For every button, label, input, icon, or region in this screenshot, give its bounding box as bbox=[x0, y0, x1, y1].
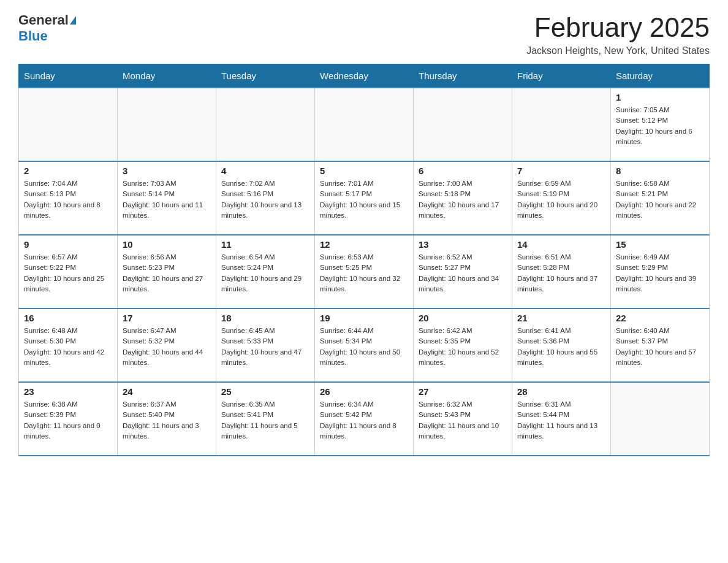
calendar-table: SundayMondayTuesdayWednesdayThursdayFrid… bbox=[18, 64, 710, 456]
day-info: Sunrise: 6:32 AMSunset: 5:43 PMDaylight:… bbox=[419, 399, 507, 442]
day-info: Sunrise: 6:57 AMSunset: 5:22 PMDaylight:… bbox=[24, 252, 112, 294]
calendar-week-row: 16Sunrise: 6:48 AMSunset: 5:30 PMDayligh… bbox=[19, 308, 710, 382]
calendar-cell bbox=[611, 382, 710, 456]
day-info: Sunrise: 6:53 AMSunset: 5:25 PMDaylight:… bbox=[320, 252, 408, 294]
day-info: Sunrise: 6:38 AMSunset: 5:39 PMDaylight:… bbox=[24, 399, 112, 442]
calendar-cell: 24Sunrise: 6:37 AMSunset: 5:40 PMDayligh… bbox=[118, 382, 216, 456]
calendar-cell: 15Sunrise: 6:49 AMSunset: 5:29 PMDayligh… bbox=[611, 235, 710, 308]
col-header-thursday: Thursday bbox=[414, 64, 512, 88]
calendar-cell bbox=[118, 88, 216, 161]
day-number: 20 bbox=[419, 313, 507, 323]
day-number: 12 bbox=[320, 239, 408, 250]
day-number: 4 bbox=[221, 166, 309, 176]
logo: General Blue bbox=[18, 12, 76, 44]
day-number: 19 bbox=[320, 313, 408, 323]
calendar-week-row: 9Sunrise: 6:57 AMSunset: 5:22 PMDaylight… bbox=[19, 235, 710, 308]
calendar-week-row: 2Sunrise: 7:04 AMSunset: 5:13 PMDaylight… bbox=[19, 161, 710, 235]
logo-general-text: General bbox=[18, 12, 69, 28]
day-info: Sunrise: 7:00 AMSunset: 5:18 PMDaylight:… bbox=[419, 178, 507, 221]
calendar-cell bbox=[315, 88, 414, 161]
calendar-cell: 23Sunrise: 6:38 AMSunset: 5:39 PMDayligh… bbox=[19, 382, 118, 456]
calendar-cell: 13Sunrise: 6:52 AMSunset: 5:27 PMDayligh… bbox=[414, 235, 512, 308]
calendar-cell: 8Sunrise: 6:58 AMSunset: 5:21 PMDaylight… bbox=[611, 161, 710, 235]
day-number: 23 bbox=[24, 386, 112, 397]
calendar-cell: 17Sunrise: 6:47 AMSunset: 5:32 PMDayligh… bbox=[118, 308, 216, 382]
col-header-saturday: Saturday bbox=[611, 64, 710, 88]
calendar-cell: 16Sunrise: 6:48 AMSunset: 5:30 PMDayligh… bbox=[19, 308, 118, 382]
calendar-header-row: SundayMondayTuesdayWednesdayThursdayFrid… bbox=[19, 64, 710, 88]
day-info: Sunrise: 6:34 AMSunset: 5:42 PMDaylight:… bbox=[320, 399, 408, 442]
day-info: Sunrise: 6:49 AMSunset: 5:29 PMDaylight:… bbox=[616, 252, 704, 294]
calendar-cell: 21Sunrise: 6:41 AMSunset: 5:36 PMDayligh… bbox=[512, 308, 611, 382]
calendar-cell: 3Sunrise: 7:03 AMSunset: 5:14 PMDaylight… bbox=[118, 161, 216, 235]
calendar-cell: 5Sunrise: 7:01 AMSunset: 5:17 PMDaylight… bbox=[315, 161, 414, 235]
day-number: 27 bbox=[419, 386, 507, 397]
day-number: 3 bbox=[123, 166, 211, 176]
day-info: Sunrise: 6:59 AMSunset: 5:19 PMDaylight:… bbox=[517, 178, 605, 221]
col-header-sunday: Sunday bbox=[19, 64, 118, 88]
calendar-week-row: 23Sunrise: 6:38 AMSunset: 5:39 PMDayligh… bbox=[19, 382, 710, 456]
calendar-cell bbox=[216, 88, 315, 161]
day-info: Sunrise: 6:44 AMSunset: 5:34 PMDaylight:… bbox=[320, 326, 408, 368]
day-number: 28 bbox=[517, 386, 605, 397]
day-number: 6 bbox=[419, 166, 507, 176]
calendar-cell: 6Sunrise: 7:00 AMSunset: 5:18 PMDaylight… bbox=[414, 161, 512, 235]
day-number: 1 bbox=[616, 92, 704, 102]
day-info: Sunrise: 6:37 AMSunset: 5:40 PMDaylight:… bbox=[123, 399, 211, 442]
calendar-cell: 28Sunrise: 6:31 AMSunset: 5:44 PMDayligh… bbox=[512, 382, 611, 456]
logo-blue-text: Blue bbox=[18, 28, 48, 44]
calendar-cell: 22Sunrise: 6:40 AMSunset: 5:37 PMDayligh… bbox=[611, 308, 710, 382]
title-section: February 2025 Jackson Heights, New York,… bbox=[526, 12, 710, 56]
day-number: 5 bbox=[320, 166, 408, 176]
calendar-week-row: 1Sunrise: 7:05 AMSunset: 5:12 PMDaylight… bbox=[19, 88, 710, 161]
location-subtitle: Jackson Heights, New York, United States bbox=[526, 45, 710, 56]
day-info: Sunrise: 7:01 AMSunset: 5:17 PMDaylight:… bbox=[320, 178, 408, 221]
day-number: 11 bbox=[221, 239, 309, 250]
month-title: February 2025 bbox=[526, 12, 710, 43]
calendar-cell: 12Sunrise: 6:53 AMSunset: 5:25 PMDayligh… bbox=[315, 235, 414, 308]
day-info: Sunrise: 7:04 AMSunset: 5:13 PMDaylight:… bbox=[24, 178, 112, 221]
day-number: 7 bbox=[517, 166, 605, 176]
col-header-friday: Friday bbox=[512, 64, 611, 88]
day-info: Sunrise: 6:56 AMSunset: 5:23 PMDaylight:… bbox=[123, 252, 211, 294]
calendar-cell bbox=[414, 88, 512, 161]
calendar-cell: 27Sunrise: 6:32 AMSunset: 5:43 PMDayligh… bbox=[414, 382, 512, 456]
day-number: 25 bbox=[221, 386, 309, 397]
day-number: 17 bbox=[123, 313, 211, 323]
day-number: 21 bbox=[517, 313, 605, 323]
day-number: 24 bbox=[123, 386, 211, 397]
day-info: Sunrise: 6:42 AMSunset: 5:35 PMDaylight:… bbox=[419, 326, 507, 368]
day-number: 22 bbox=[616, 313, 704, 323]
day-number: 18 bbox=[221, 313, 309, 323]
day-number: 15 bbox=[616, 239, 704, 250]
day-info: Sunrise: 6:51 AMSunset: 5:28 PMDaylight:… bbox=[517, 252, 605, 294]
calendar-cell: 9Sunrise: 6:57 AMSunset: 5:22 PMDaylight… bbox=[19, 235, 118, 308]
day-info: Sunrise: 6:40 AMSunset: 5:37 PMDaylight:… bbox=[616, 326, 704, 368]
day-info: Sunrise: 7:03 AMSunset: 5:14 PMDaylight:… bbox=[123, 178, 211, 221]
col-header-monday: Monday bbox=[118, 64, 216, 88]
day-info: Sunrise: 6:45 AMSunset: 5:33 PMDaylight:… bbox=[221, 326, 309, 368]
calendar-cell: 1Sunrise: 7:05 AMSunset: 5:12 PMDaylight… bbox=[611, 88, 710, 161]
day-number: 26 bbox=[320, 386, 408, 397]
col-header-wednesday: Wednesday bbox=[315, 64, 414, 88]
day-info: Sunrise: 7:05 AMSunset: 5:12 PMDaylight:… bbox=[616, 105, 704, 147]
calendar-cell: 4Sunrise: 7:02 AMSunset: 5:16 PMDaylight… bbox=[216, 161, 315, 235]
page-header: General Blue February 2025 Jackson Heigh… bbox=[18, 12, 710, 56]
col-header-tuesday: Tuesday bbox=[216, 64, 315, 88]
calendar-cell: 20Sunrise: 6:42 AMSunset: 5:35 PMDayligh… bbox=[414, 308, 512, 382]
calendar-cell: 10Sunrise: 6:56 AMSunset: 5:23 PMDayligh… bbox=[118, 235, 216, 308]
calendar-cell: 26Sunrise: 6:34 AMSunset: 5:42 PMDayligh… bbox=[315, 382, 414, 456]
calendar-cell: 25Sunrise: 6:35 AMSunset: 5:41 PMDayligh… bbox=[216, 382, 315, 456]
calendar-cell: 7Sunrise: 6:59 AMSunset: 5:19 PMDaylight… bbox=[512, 161, 611, 235]
day-info: Sunrise: 6:41 AMSunset: 5:36 PMDaylight:… bbox=[517, 326, 605, 368]
day-number: 2 bbox=[24, 166, 112, 176]
day-number: 14 bbox=[517, 239, 605, 250]
calendar-cell bbox=[512, 88, 611, 161]
day-number: 8 bbox=[616, 166, 704, 176]
day-info: Sunrise: 7:02 AMSunset: 5:16 PMDaylight:… bbox=[221, 178, 309, 221]
logo-triangle-icon bbox=[70, 16, 76, 25]
day-number: 13 bbox=[419, 239, 507, 250]
day-info: Sunrise: 6:58 AMSunset: 5:21 PMDaylight:… bbox=[616, 178, 704, 221]
calendar-cell: 2Sunrise: 7:04 AMSunset: 5:13 PMDaylight… bbox=[19, 161, 118, 235]
calendar-cell: 18Sunrise: 6:45 AMSunset: 5:33 PMDayligh… bbox=[216, 308, 315, 382]
